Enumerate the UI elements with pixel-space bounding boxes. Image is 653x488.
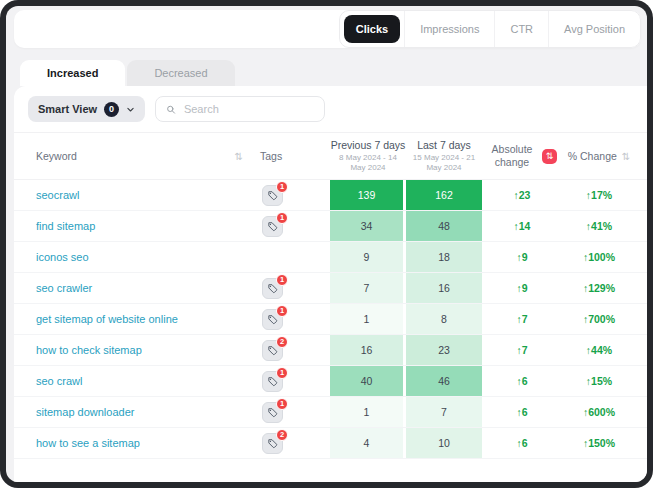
results-card: Smart View 0 Keyword ⇅ Tags [14, 86, 647, 482]
prev-7days-value: 16 [330, 335, 406, 365]
absolute-change-value: ↑9 [482, 242, 562, 272]
tab-increased[interactable]: Increased [20, 60, 125, 86]
percent-change-value: ↑129% [562, 273, 636, 303]
url-link[interactable]: /en [636, 428, 647, 458]
active-sort-icon[interactable]: ⇅ [542, 149, 557, 164]
keyword-link[interactable]: get sitemap of website online [14, 304, 249, 334]
last-7days-value: 16 [406, 273, 482, 303]
metric-tab-ctr[interactable]: CTR [494, 11, 548, 47]
tags-cell: 1 [249, 180, 330, 210]
tag-icon [267, 438, 278, 449]
prev-7days-value: 1 [330, 397, 406, 427]
url-link[interactable]: /en [636, 304, 647, 334]
table-row: seo crawl 1 40 46 ↑6 ↑15% /en [14, 366, 647, 397]
last-7days-value: 8 [406, 304, 482, 334]
smart-view-label: Smart View [38, 103, 97, 115]
tag-icon [267, 407, 278, 418]
tab-decreased[interactable]: Decreased [127, 60, 234, 86]
keyword-link[interactable]: seocrawl [14, 180, 249, 210]
table-row: get sitemap of website online 1 1 8 ↑7 ↑… [14, 304, 647, 335]
tag-button[interactable]: 1 [262, 216, 283, 237]
change-direction-tabs: Increased Decreased [20, 60, 235, 86]
search-input[interactable] [182, 102, 314, 116]
tag-button[interactable]: 1 [262, 278, 283, 299]
prev-7days-value: 7 [330, 273, 406, 303]
last-7days-value: 46 [406, 366, 482, 396]
url-link[interactable]: /en [636, 397, 647, 427]
url-link[interactable]: /en [636, 366, 647, 396]
table-row: iconos seo 9 18 ↑9 ↑100% /en [14, 242, 647, 273]
metric-tab-clicks[interactable]: Clicks [344, 15, 400, 43]
tag-button[interactable]: 2 [262, 433, 283, 454]
percent-change-value: ↑44% [562, 335, 636, 365]
absolute-change-value: ↑7 [482, 335, 562, 365]
tag-count-badge: 1 [276, 305, 288, 317]
absolute-change-value: ↑6 [482, 366, 562, 396]
url-link[interactable]: /en [636, 211, 647, 241]
tag-icon [267, 314, 278, 325]
tags-cell: 1 [249, 397, 330, 427]
metric-segmented-control: Clicks Impressions CTR Avg Position [339, 10, 641, 48]
tag-count-badge: 2 [276, 429, 288, 441]
sort-icon[interactable]: ⇅ [235, 151, 243, 162]
last-7days-value: 23 [406, 335, 482, 365]
sort-icon[interactable]: ⇅ [622, 151, 630, 162]
tag-button[interactable]: 1 [262, 402, 283, 423]
keyword-link[interactable]: iconos seo [14, 242, 249, 272]
url-link[interactable]: / [636, 180, 647, 210]
last-7days-date-range: 15 May 2024 - 21 May 2024 [406, 152, 482, 173]
tag-count-badge: 1 [276, 274, 288, 286]
table-header-row: Keyword ⇅ Tags Previous 7 days 8 May 202… [14, 132, 647, 180]
chevron-down-icon [126, 105, 135, 114]
keyword-link[interactable]: find sitemap [14, 211, 249, 241]
tags-cell: 1 [249, 366, 330, 396]
tag-icon [267, 190, 278, 201]
table-row: seo crawler 1 7 16 ↑9 ↑129% / [14, 273, 647, 304]
last-7days-value: 18 [406, 242, 482, 272]
prev-7days-value: 139 [330, 180, 406, 210]
last-7days-value: 7 [406, 397, 482, 427]
tags-cell: 1 [249, 273, 330, 303]
percent-change-value: ↑15% [562, 366, 636, 396]
last-7days-value: 48 [406, 211, 482, 241]
tag-button[interactable]: 1 [262, 185, 283, 206]
top-metric-bar: Clicks Impressions CTR Avg Position [14, 10, 641, 48]
url-link[interactable]: /en [636, 335, 647, 365]
percent-change-value: ↑150% [562, 428, 636, 458]
absolute-change-value: ↑6 [482, 428, 562, 458]
percent-change-value: ↑700% [562, 304, 636, 334]
table-row: how to see a sitemap 2 4 10 ↑6 ↑150% [14, 428, 647, 459]
keyword-link[interactable]: seo crawl [14, 366, 249, 396]
tags-column-header: Tags [260, 150, 282, 162]
tags-cell: 2 [249, 428, 330, 458]
keyword-link[interactable]: how to check sitemap [14, 335, 249, 365]
keyword-link[interactable]: sitemap downloader [14, 397, 249, 427]
percent-change-column-header: % Change [568, 150, 617, 162]
tag-icon [267, 283, 278, 294]
keyword-link[interactable]: seo crawler [14, 273, 249, 303]
keyword-link[interactable]: how to see a sitemap [14, 428, 249, 458]
tags-cell: 2 [249, 335, 330, 365]
previous-7days-column-header: Previous 7 days [331, 139, 406, 152]
prev-7days-value: 4 [330, 428, 406, 458]
prev-7days-value: 40 [330, 366, 406, 396]
table-row: how to check sitemap 2 16 23 ↑7 ↑44% [14, 335, 647, 366]
smart-view-dropdown[interactable]: Smart View 0 [28, 96, 145, 122]
prev-7days-value: 34 [330, 211, 406, 241]
absolute-change-column-header: Absolute change [487, 143, 537, 168]
tag-icon [267, 345, 278, 356]
tags-cell [249, 242, 330, 272]
tag-button[interactable]: 1 [262, 371, 283, 392]
url-link[interactable]: / [636, 273, 647, 303]
metric-tab-avg-position[interactable]: Avg Position [548, 11, 640, 47]
percent-change-value: ↑100% [562, 242, 636, 272]
tag-button[interactable]: 2 [262, 340, 283, 361]
tag-icon [267, 221, 278, 232]
metric-tab-impressions[interactable]: Impressions [404, 11, 494, 47]
search-icon [166, 104, 176, 115]
url-link[interactable]: /en [636, 242, 647, 272]
keyword-column-header: Keyword [36, 150, 77, 162]
percent-change-value: ↑600% [562, 397, 636, 427]
window-frame: Clicks Impressions CTR Avg Position Incr… [0, 0, 653, 488]
tag-button[interactable]: 1 [262, 309, 283, 330]
